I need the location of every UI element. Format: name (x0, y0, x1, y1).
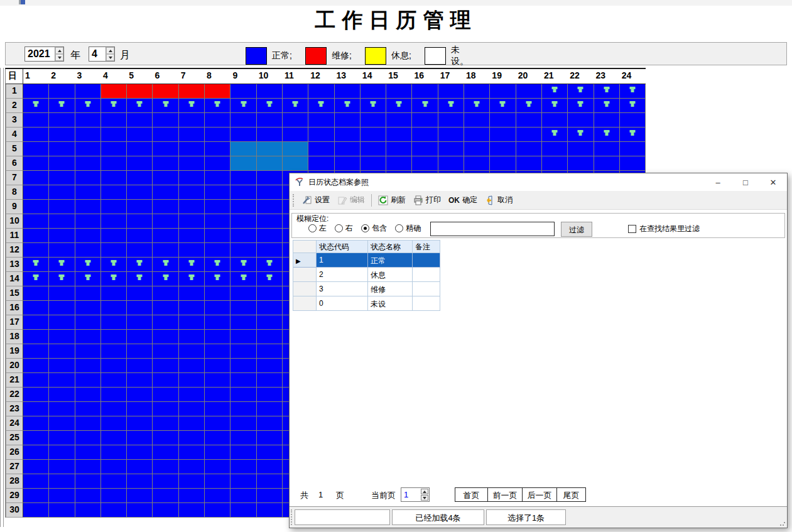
calendar-cell-d6-h15[interactable] (386, 156, 412, 171)
page-button-尾页[interactable]: 尾页 (557, 488, 585, 501)
calendar-cell-d6-h5[interactable] (127, 156, 153, 171)
calendar-cell-d16-h10[interactable] (257, 301, 283, 315)
calendar-cell-d2-h3[interactable] (75, 99, 101, 113)
calendar-cell-d14-h5[interactable] (127, 272, 153, 286)
calendar-cell-d8-h4[interactable] (101, 185, 127, 200)
calendar-cell-d20-h2[interactable] (49, 359, 75, 373)
calendar-cell-d27-h10[interactable] (257, 460, 283, 474)
calendar-cell-d1-h2[interactable] (49, 84, 75, 99)
calendar-cell-d9-h7[interactable] (179, 200, 205, 214)
calendar-cell-d26-h10[interactable] (257, 445, 283, 460)
calendar-cell-d2-h22[interactable] (568, 99, 594, 113)
calendar-cell-d5-h6[interactable] (153, 142, 178, 156)
calendar-cell-d10-h8[interactable] (205, 214, 231, 229)
radio-icon[interactable] (361, 224, 369, 232)
calendar-cell-d2-h7[interactable] (179, 99, 205, 113)
calendar-cell-d3-h7[interactable] (179, 113, 205, 128)
calendar-cell-d7-h3[interactable] (75, 171, 101, 185)
calendar-cell-d13-h2[interactable] (49, 258, 75, 272)
calendar-cell-d6-h23[interactable] (594, 156, 620, 171)
calendar-cell-d21-h8[interactable] (205, 373, 231, 388)
calendar-cell-d24-h3[interactable] (75, 416, 101, 431)
table-cell[interactable] (413, 296, 440, 311)
calendar-cell-d15-h8[interactable] (205, 286, 231, 301)
calendar-cell-d19-h2[interactable] (49, 344, 75, 359)
calendar-cell-d4-h11[interactable] (283, 128, 308, 142)
calendar-cell-d28-h10[interactable] (257, 474, 283, 489)
calendar-cell-d5-h11[interactable] (283, 142, 308, 156)
calendar-cell-d30-h9[interactable] (231, 503, 256, 518)
calendar-cell-d2-h20[interactable] (516, 99, 542, 113)
calendar-cell-d22-h9[interactable] (231, 388, 256, 402)
calendar-cell-d5-h20[interactable] (516, 142, 542, 156)
calendar-cell-d19-h8[interactable] (205, 344, 231, 359)
page-button-首页[interactable]: 首页 (455, 488, 488, 501)
calendar-cell-d3-h16[interactable] (412, 113, 438, 128)
calendar-cell-d1-h21[interactable] (542, 84, 568, 99)
calendar-cell-d21-h6[interactable] (153, 373, 178, 388)
calendar-cell-d16-h8[interactable] (205, 301, 231, 315)
calendar-cell-d7-h4[interactable] (101, 171, 127, 185)
radio-option-精确[interactable]: 精确 (395, 223, 421, 234)
calendar-cell-d4-h21[interactable] (542, 128, 568, 142)
calendar-cell-d17-h8[interactable] (205, 315, 231, 330)
calendar-cell-d27-h6[interactable] (153, 460, 178, 474)
calendar-cell-d2-h23[interactable] (594, 99, 620, 113)
calendar-cell-d12-h3[interactable] (75, 243, 101, 258)
calendar-cell-d12-h2[interactable] (49, 243, 75, 258)
calendar-cell-d20-h3[interactable] (75, 359, 101, 373)
calendar-cell-d5-h14[interactable] (361, 142, 386, 156)
calendar-cell-d29-h7[interactable] (179, 489, 205, 503)
calendar-cell-d30-h10[interactable] (257, 503, 283, 518)
calendar-cell-d11-h3[interactable] (75, 229, 101, 243)
minimize-button[interactable]: – (704, 173, 732, 191)
calendar-cell-d16-h1[interactable] (23, 301, 49, 315)
calendar-cell-d12-h8[interactable] (205, 243, 231, 258)
calendar-cell-d4-h7[interactable] (179, 128, 205, 142)
calendar-cell-d4-h8[interactable] (205, 128, 231, 142)
calendar-cell-d23-h3[interactable] (75, 402, 101, 416)
calendar-cell-d7-h1[interactable] (23, 171, 49, 185)
calendar-cell-d9-h1[interactable] (23, 200, 49, 214)
calendar-cell-d22-h1[interactable] (23, 388, 49, 402)
calendar-cell-d26-h9[interactable] (231, 445, 256, 460)
calendar-cell-d22-h2[interactable] (49, 388, 75, 402)
page-button-前一页[interactable]: 前一页 (488, 488, 523, 501)
calendar-cell-d1-h9[interactable] (231, 84, 256, 99)
calendar-cell-d4-h3[interactable] (75, 128, 101, 142)
calendar-cell-d1-h8[interactable] (205, 84, 231, 99)
calendar-cell-d4-h2[interactable] (49, 128, 75, 142)
calendar-cell-d1-h16[interactable] (412, 84, 438, 99)
calendar-cell-d6-h13[interactable] (335, 156, 361, 171)
calendar-cell-d26-h4[interactable] (101, 445, 127, 460)
checkbox-icon[interactable] (628, 225, 636, 233)
calendar-cell-d29-h2[interactable] (49, 489, 75, 503)
calendar-cell-d22-h5[interactable] (127, 388, 153, 402)
calendar-cell-d5-h23[interactable] (594, 142, 620, 156)
calendar-cell-d5-h19[interactable] (490, 142, 516, 156)
calendar-cell-d11-h2[interactable] (49, 229, 75, 243)
calendar-cell-d17-h3[interactable] (75, 315, 101, 330)
calendar-cell-d19-h3[interactable] (75, 344, 101, 359)
table-cell[interactable] (413, 253, 440, 268)
calendar-cell-d13-h8[interactable] (205, 258, 231, 272)
calendar-cell-d14-h2[interactable] (49, 272, 75, 286)
column-header-状态代码[interactable]: 状态代码 (317, 241, 368, 253)
calendar-cell-d10-h3[interactable] (75, 214, 101, 229)
table-cell[interactable]: 1 (317, 253, 368, 268)
calendar-cell-d28-h9[interactable] (231, 474, 256, 489)
calendar-cell-d20-h7[interactable] (179, 359, 205, 373)
calendar-cell-d18-h7[interactable] (179, 330, 205, 344)
calendar-cell-d22-h6[interactable] (153, 388, 178, 402)
calendar-cell-d10-h5[interactable] (127, 214, 153, 229)
calendar-cell-d20-h9[interactable] (231, 359, 256, 373)
calendar-cell-d23-h10[interactable] (257, 402, 283, 416)
calendar-cell-d1-h20[interactable] (516, 84, 542, 99)
calendar-cell-d16-h3[interactable] (75, 301, 101, 315)
calendar-cell-d2-h4[interactable] (101, 99, 127, 113)
toolbar-button-确定[interactable]: OK确定 (445, 193, 481, 208)
calendar-cell-d13-h3[interactable] (75, 258, 101, 272)
calendar-cell-d6-h17[interactable] (438, 156, 464, 171)
calendar-cell-d25-h3[interactable] (75, 431, 101, 445)
calendar-cell-d9-h10[interactable] (257, 200, 283, 214)
